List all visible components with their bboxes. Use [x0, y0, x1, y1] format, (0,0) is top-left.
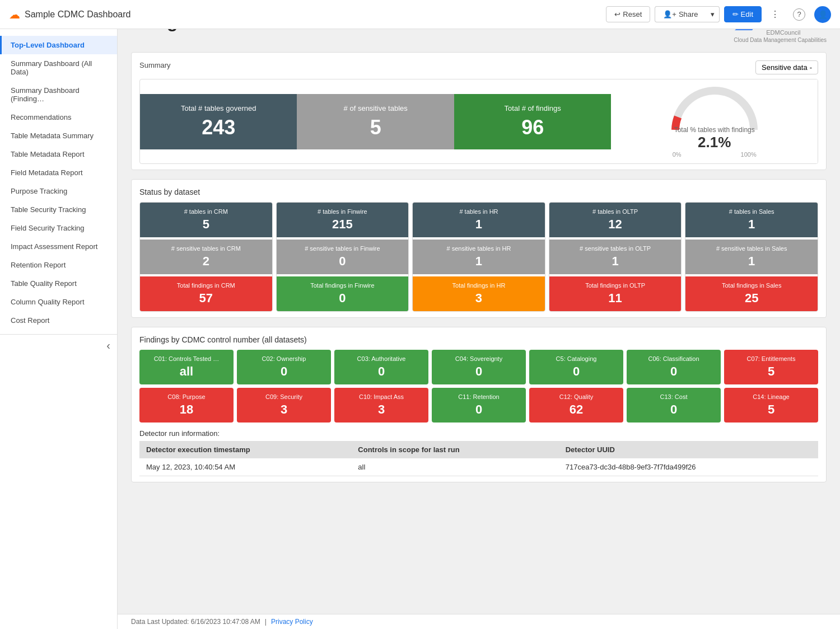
gauge-label: Total % tables with findings	[620, 126, 809, 134]
cdmc-card-c08--purpose: C08: Purpose18	[139, 388, 234, 423]
user-avatar[interactable]: 👤	[814, 6, 831, 23]
ds-sensitive-crm: # sensitive tables in CRM 2	[140, 240, 272, 274]
sidebar-item-retention-report[interactable]: Retention Report	[0, 256, 117, 274]
summary-card-green: Total # of findings96	[454, 94, 611, 149]
cdmc-card-c11--retention: C11: Retention0	[432, 388, 526, 423]
sidebar-item-top-level-dashboard[interactable]: Top-Level Dashboard	[0, 36, 117, 54]
dataset-col-hr: # tables in HR 1 # sensitive tables in H…	[412, 202, 545, 312]
cdmc-section: Findings by CDMC control number (all dat…	[131, 327, 827, 482]
detector-row: May 12, 2023, 10:40:54 AMall717cea73-dc3…	[139, 458, 818, 476]
share-caret-button[interactable]: ▾	[706, 6, 720, 22]
summary-card-gray: # of sensitive tables5	[297, 94, 454, 149]
sidebar-item-purpose-tracking[interactable]: Purpose Tracking	[0, 182, 117, 200]
cdmc-card-c12--quality: C12: Quality62	[529, 388, 623, 423]
sidebar-item-table-metadata-report[interactable]: Table Metadata Report	[0, 145, 117, 163]
app-title: Sample CDMC Dashboard	[25, 10, 606, 20]
cdmc-card-c13--cost: C13: Cost0	[627, 388, 721, 423]
ds-tables-crm: # tables in CRM 5	[140, 203, 272, 237]
detector-table: Detector execution timestampControls in …	[139, 441, 818, 476]
ds-findings-finwire: Total findings in Finwire 0	[277, 276, 409, 311]
summary-label: Summary	[139, 61, 171, 69]
summary-card-blue: Total # tables governed243	[140, 94, 297, 149]
cdmc-grid: C01: Controls Tested …allC02: Ownership0…	[139, 350, 818, 423]
cdmc-card-c02--ownership: C02: Ownership0	[237, 350, 331, 384]
sidebar-item-cost-report[interactable]: Cost Report	[0, 311, 117, 330]
ds-sensitive-hr: # sensitive tables in HR 1	[413, 240, 545, 274]
edit-icon: ✏	[732, 10, 739, 18]
sidebar-item-summary-findings[interactable]: Summary Dashboard (Finding…	[0, 81, 117, 108]
help-icon: ?	[793, 8, 805, 21]
dataset-section: Status by dataset # tables in CRM 5 # se…	[131, 179, 827, 318]
ds-tables-finwire: # tables in Finwire 215	[277, 203, 409, 237]
summary-cards-row: Total # tables governed243# of sensitive…	[139, 79, 818, 164]
ds-findings-crm: Total findings in CRM 57	[140, 276, 272, 311]
dataset-col-finwire: # tables in Finwire 215 # sensitive tabl…	[276, 202, 409, 312]
ds-tables-oltp: # tables in OLTP 12	[549, 203, 682, 237]
ds-sensitive-finwire: # sensitive tables in Finwire 0	[277, 240, 409, 274]
sidebar-item-table-security-tracking[interactable]: Table Security Tracking	[0, 200, 117, 219]
cdmc-card-c03--authoritative: C03: Authoritative0	[334, 350, 428, 384]
cdmc-section-title: Findings by CDMC control number (all dat…	[139, 335, 818, 344]
cdmc-card-c09--security: C09: Security3	[237, 388, 331, 423]
cdmc-card-c01--controls-tested--: C01: Controls Tested …all	[139, 350, 234, 384]
reset-button[interactable]: ↩ Reset	[606, 6, 650, 22]
help-button[interactable]: ?	[788, 6, 810, 23]
more-options-button[interactable]: ⋮	[766, 7, 784, 22]
cdmc-card-c04--sovereignty: C04: Sovereignty0	[432, 350, 526, 384]
cdmc-card-c06--classification: C06: Classification0	[627, 350, 721, 384]
share-button[interactable]: 👤+ Share	[655, 6, 706, 22]
dataset-col-crm: # tables in CRM 5 # sensitive tables in …	[139, 202, 273, 312]
topbar: ☁ Sample CDMC Dashboard ↩ Reset 👤+ Share…	[0, 0, 840, 29]
gauge-value: 2.1%	[620, 134, 809, 151]
cdmc-grid-row1: C01: Controls Tested …allC02: Ownership0…	[139, 350, 818, 384]
ds-findings-oltp: Total findings in OLTP 11	[549, 276, 682, 311]
share-icon: 👤+	[663, 10, 676, 18]
gauge-min-label: 0%	[673, 151, 682, 158]
share-button-group: 👤+ Share ▾	[655, 6, 719, 22]
sidebar-item-field-security-tracking[interactable]: Field Security Tracking	[0, 219, 117, 237]
cdmc-card-c10--impact-ass: C10: Impact Ass3	[334, 388, 428, 423]
main-content: Google Cloud CDMC Overall Health ☁ CDMC …	[118, 0, 840, 527]
cdmc-card-c14--lineage: C14: Lineage5	[724, 388, 818, 423]
ds-findings-sales: Total findings in Sales 25	[685, 276, 818, 311]
sidebar-item-table-metadata-summary[interactable]: Table Metadata Summary	[0, 126, 117, 145]
cdmc-grid-row2: C08: Purpose18C09: Security3C10: Impact …	[139, 388, 818, 423]
ds-sensitive-oltp: # sensitive tables in OLTP 1	[549, 240, 682, 274]
sidebar-item-field-metadata-report[interactable]: Field Metadata Report	[0, 163, 117, 182]
cdmc-card-c5--cataloging: C5: Cataloging0	[529, 350, 623, 384]
detector-title: Detector run information:	[139, 429, 818, 438]
sidebar-item-recommendations[interactable]: Recommendations	[0, 108, 117, 126]
cdmc-card-c07--entitlements: C07: Entitlements5	[724, 350, 818, 384]
dataset-section-title: Status by dataset	[139, 187, 818, 196]
edit-button[interactable]: ✏ Edit	[724, 6, 762, 22]
sidebar-item-column-quality-report[interactable]: Column Quality Report	[0, 293, 117, 311]
topbar-actions: ↩ Reset 👤+ Share ▾ ✏ Edit ⋮ ? 👤	[606, 6, 831, 23]
dataset-grid: # tables in CRM 5 # sensitive tables in …	[139, 202, 818, 312]
sidebar-item-impact-assessment-report[interactable]: Impact Assessment Report	[0, 237, 117, 256]
summary-section: Summary Sensitive data - Total # tables …	[131, 52, 827, 170]
app-logo-icon: ☁	[9, 8, 20, 21]
dataset-col-oltp: # tables in OLTP 12 # sensitive tables i…	[549, 202, 682, 312]
reset-icon: ↩	[614, 10, 620, 18]
sidebar-collapse-button[interactable]: ‹	[0, 334, 117, 356]
gauge-container: Total % tables with findings 2.1% 0% 100…	[611, 79, 818, 163]
sidebar-item-table-quality-report[interactable]: Table Quality Report	[0, 274, 117, 293]
ds-sensitive-sales: # sensitive tables in Sales 1	[685, 240, 818, 274]
sensitive-data-dropdown[interactable]: Sensitive data -	[755, 60, 818, 74]
sidebar: Top-Level DashboardSummary Dashboard (Al…	[0, 29, 118, 527]
dataset-col-sales: # tables in Sales 1 # sensitive tables i…	[685, 202, 818, 312]
cdmc-logo-subtitle: Cloud Data Management Capabilities	[734, 37, 827, 43]
ds-findings-hr: Total findings in HR 3	[413, 276, 545, 311]
ds-tables-sales: # tables in Sales 1	[685, 203, 818, 237]
ds-tables-hr: # tables in HR 1	[413, 203, 545, 237]
summary-header: Summary Sensitive data -	[139, 60, 818, 74]
sidebar-item-summary-all[interactable]: Summary Dashboard (All Data)	[0, 54, 117, 81]
detector-section: Detector run information: Detector execu…	[139, 429, 818, 476]
gauge-max-label: 100%	[741, 151, 757, 158]
